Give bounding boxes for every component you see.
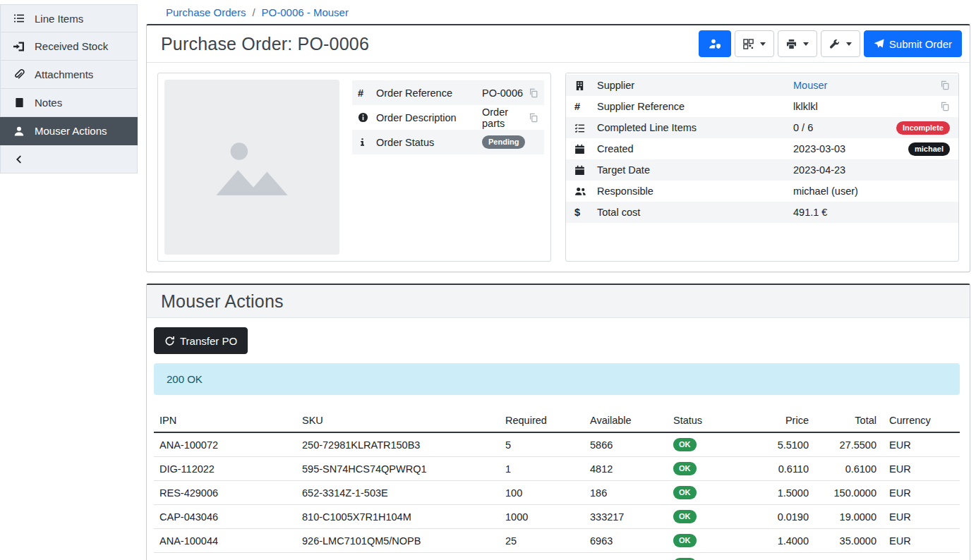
user-shield-icon bbox=[709, 38, 721, 49]
creator-badge: michael bbox=[908, 142, 950, 156]
status-ok-badge: OK bbox=[673, 462, 697, 475]
table-header-row: IPN SKU Required Available Status Price … bbox=[154, 410, 960, 432]
dollar-icon: $ bbox=[574, 207, 597, 218]
chevron-down-icon bbox=[803, 42, 809, 46]
purchase-order-header: Purchase Order: PO-0006 bbox=[147, 25, 970, 63]
sidebar-item-notes[interactable]: Notes bbox=[0, 89, 138, 117]
list-check-icon bbox=[574, 123, 597, 133]
supplier-link[interactable]: Mouser bbox=[793, 80, 827, 91]
status-alert: 200 OK bbox=[154, 363, 960, 395]
sidebar: Line Items Received Stock Attachments No… bbox=[0, 0, 138, 174]
sidebar-item-attachments[interactable]: Attachments bbox=[0, 61, 138, 89]
order-toolbar: Submit Order bbox=[699, 30, 962, 57]
detail-row-target-date: Target Date 2023-04-23 bbox=[566, 159, 958, 181]
hash-icon: # bbox=[574, 101, 597, 112]
calendar-icon bbox=[574, 165, 597, 176]
note-icon bbox=[13, 97, 25, 108]
mouser-line-items-table: IPN SKU Required Available Status Price … bbox=[154, 410, 960, 560]
col-price: Price bbox=[745, 410, 816, 432]
sidebar-item-line-items[interactable]: Line Items bbox=[0, 4, 138, 32]
copy-icon[interactable] bbox=[940, 102, 950, 111]
transfer-po-label: Transfer PO bbox=[180, 335, 237, 347]
col-total: Total bbox=[816, 410, 884, 432]
col-ipn: IPN bbox=[154, 410, 296, 432]
detail-row-order-reference: # Order Reference PO-0006 bbox=[352, 80, 544, 105]
status-ok-badge: OK bbox=[673, 438, 697, 451]
order-details-body: # Order Reference PO-0006 Order Descri bbox=[147, 63, 970, 272]
order-summary-table: # Order Reference PO-0006 Order Descri bbox=[352, 80, 544, 154]
copy-icon[interactable] bbox=[940, 80, 950, 90]
sign-in-icon bbox=[13, 41, 25, 52]
purchase-order-panel: Purchase Order: PO-0006 bbox=[146, 24, 970, 272]
sidebar-item-mouser-actions[interactable]: Mouser Actions bbox=[0, 117, 138, 145]
table-row: DIG-112022 595-SN74HCS74QPWRQ1 1 4812 OK… bbox=[154, 457, 960, 481]
app-root: Line Items Received Stock Attachments No… bbox=[0, 0, 976, 560]
paperclip-icon bbox=[13, 69, 25, 80]
building-icon bbox=[574, 80, 597, 91]
chevron-down-icon bbox=[846, 42, 852, 46]
table-row: SWT-200005 611-110.107.011/0205 47 47 OK… bbox=[154, 553, 960, 560]
detail-row-supplier: Supplier Mouser bbox=[566, 75, 958, 96]
mouser-actions-header: Mouser Actions bbox=[147, 285, 970, 318]
detail-row-total-cost: $ Total cost 491.1 € bbox=[566, 202, 958, 223]
breadcrumb-link-purchase-orders[interactable]: Purchase Orders bbox=[166, 6, 246, 18]
supplier-details-card: Supplier Mouser # Supplier Reference lkl… bbox=[565, 73, 959, 262]
breadcrumb-separator: / bbox=[252, 6, 255, 18]
paper-plane-icon bbox=[874, 39, 884, 49]
breadcrumb-link-current-order[interactable]: PO-0006 - Mouser bbox=[262, 6, 349, 18]
sidebar-item-label: Mouser Actions bbox=[35, 125, 107, 137]
table-row: ANA-100072 250-72981KLRATR150B3 5 5866 O… bbox=[154, 432, 960, 457]
detail-row-order-status: Order Status Pending bbox=[352, 130, 544, 154]
info-circle-icon bbox=[358, 112, 376, 123]
col-required: Required bbox=[500, 410, 584, 432]
copy-icon[interactable] bbox=[529, 88, 538, 98]
copy-icon[interactable] bbox=[529, 113, 538, 123]
mouser-actions-body: Transfer PO 200 OK IPN SKU Required Avai… bbox=[147, 318, 970, 560]
order-actions-button[interactable] bbox=[821, 30, 860, 57]
col-currency: Currency bbox=[884, 410, 960, 432]
barcode-actions-button[interactable] bbox=[735, 30, 774, 57]
table-row: RES-429006 652-3314Z-1-503E 100 186 OK 1… bbox=[154, 481, 960, 505]
printer-icon bbox=[786, 39, 797, 49]
transfer-po-button[interactable]: Transfer PO bbox=[154, 327, 248, 354]
col-sku: SKU bbox=[296, 410, 500, 432]
detail-row-responsible: Responsible michael (user) bbox=[566, 181, 958, 202]
order-image-placeholder[interactable] bbox=[164, 80, 339, 255]
refresh-icon bbox=[164, 336, 175, 346]
hash-icon: # bbox=[358, 87, 376, 99]
page-title: Purchase Order: PO-0006 bbox=[161, 34, 369, 54]
user-admin-button[interactable] bbox=[699, 30, 731, 57]
col-available: Available bbox=[584, 410, 668, 432]
submit-order-button[interactable]: Submit Order bbox=[864, 30, 962, 57]
sidebar-item-label: Attachments bbox=[35, 68, 93, 80]
detail-row-created: Created 2023-03-03 michael bbox=[566, 138, 958, 159]
incomplete-badge: Incomplete bbox=[896, 121, 950, 135]
table-row: CAP-043046 810-C1005X7R1H104M 1000 33321… bbox=[154, 505, 960, 529]
breadcrumb: Purchase Orders / PO-0006 - Mouser bbox=[138, 0, 976, 24]
list-icon bbox=[13, 13, 25, 24]
sidebar-item-label: Notes bbox=[35, 97, 62, 109]
col-status: Status bbox=[668, 410, 745, 432]
user-icon bbox=[13, 126, 25, 137]
order-summary-card: # Order Reference PO-0006 Order Descri bbox=[157, 73, 551, 262]
sidebar-item-label: Received Stock bbox=[35, 40, 108, 52]
calendar-icon bbox=[574, 144, 597, 154]
wrench-icon bbox=[829, 39, 840, 49]
chevron-down-icon bbox=[760, 42, 766, 46]
order-status-badge: Pending bbox=[482, 135, 525, 149]
chevron-left-icon bbox=[13, 154, 25, 164]
detail-row-order-description: Order Description Order parts bbox=[352, 105, 544, 130]
submit-order-label: Submit Order bbox=[889, 38, 952, 50]
status-ok-badge: OK bbox=[673, 534, 697, 547]
detail-row-supplier-reference: # Supplier Reference lklklkl bbox=[566, 96, 958, 117]
print-actions-button[interactable] bbox=[778, 30, 817, 57]
detail-row-completed-line-items: Completed Line Items 0 / 6 Incomplete bbox=[566, 117, 958, 138]
status-ok-badge: OK bbox=[673, 510, 697, 523]
users-icon bbox=[574, 186, 597, 197]
sidebar-item-label: Line Items bbox=[35, 13, 83, 25]
sidebar-collapse-button[interactable] bbox=[0, 145, 138, 174]
sidebar-item-received-stock[interactable]: Received Stock bbox=[0, 32, 138, 61]
qrcode-icon bbox=[743, 39, 754, 49]
mouser-actions-panel: Mouser Actions Transfer PO 200 OK bbox=[146, 284, 970, 560]
table-row: ANA-100044 926-LMC7101QM5/NOPB 25 6963 O… bbox=[154, 529, 960, 553]
